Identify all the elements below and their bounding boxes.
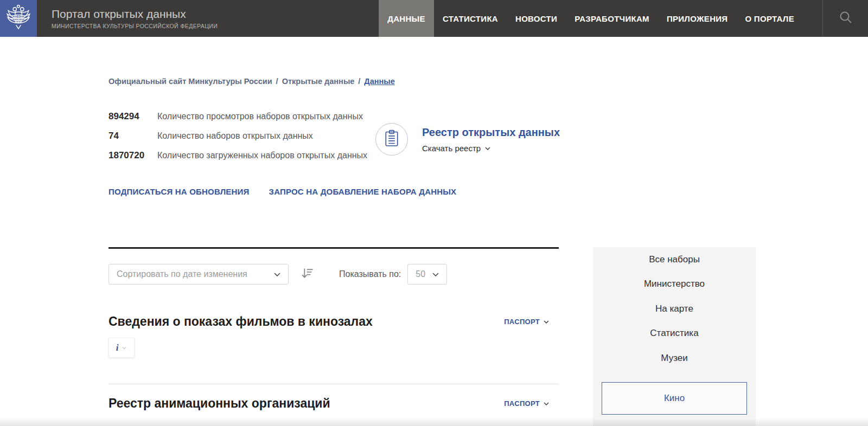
page-size-select[interactable]: 50 [407,264,447,285]
registry-block: Реестр открытых данных Скачать реестр [375,123,560,156]
chevron-down-icon [274,273,280,276]
breadcrumb-site[interactable]: Официальный сайт Минкультуры России [108,77,272,86]
breadcrumb: Официальный сайт Минкультуры России/Откр… [108,77,395,86]
sort-direction-button[interactable] [301,267,314,282]
nav-item-apps[interactable]: ПРИЛОЖЕНИЯ [658,0,737,37]
breadcrumb-separator: / [358,77,360,86]
actions-row: ПОДПИСАТЬСЯ НА ОБНОВЛЕНИЯ ЗАПРОС НА ДОБА… [108,187,476,196]
sort-select[interactable]: Сортировать по дате изменения [108,264,289,285]
sidebar-item-cinema[interactable]: Кино [602,382,747,415]
subscribe-link[interactable]: ПОДПИСАТЬСЯ НА ОБНОВЛЕНИЯ [108,187,250,196]
chevron-down-icon [485,147,490,150]
search-button[interactable] [822,0,868,37]
page: Портал открытых данных МИНИСТЕРСТВА КУЛЬ… [0,0,868,426]
sidebar-item-all-datasets[interactable]: Все наборы [593,247,756,272]
stat-value-views: 894294 [108,111,157,122]
nav-item-data[interactable]: ДАННЫЕ [379,0,434,37]
dataset-title[interactable]: Сведения о показах фильмов в кинозалах [108,314,373,329]
registry-download-button[interactable]: Скачать реестр [422,144,560,153]
passport-button[interactable]: ПАСПОРТ [504,318,549,326]
sort-amount-icon [301,267,314,282]
dataset-item-film-screenings: Сведения о показах фильмов в кинозалах П… [108,314,559,358]
dataset-info-button[interactable]: i [108,338,135,358]
stat-label-datasets: Количество наборов открытых данных [157,131,313,141]
sort-select-value: Сортировать по дате изменения [117,269,247,279]
chevron-down-icon [544,320,549,324]
stat-label-downloads: Количество загруженных наборов открытых … [157,151,367,160]
breadcrumb-separator: / [276,77,278,86]
sidebar-item-museums[interactable]: Музеи [593,346,756,371]
stat-value-datasets: 74 [108,131,157,141]
search-icon [839,10,853,27]
stat-row-datasets: 74 Количество наборов открытых данных [108,131,367,141]
stat-value-downloads: 1870720 [108,150,157,161]
stat-row-downloads: 1870720 Количество загруженных наборов о… [108,150,367,161]
sidebar-item-on-map[interactable]: На карте [593,296,756,321]
nav-item-developers[interactable]: РАЗРАБОТЧИКАМ [566,0,658,37]
page-size-label: Показывать по: [339,269,401,279]
sidebar-item-statistics[interactable]: Статистика [593,321,756,346]
nav-item-statistics[interactable]: СТАТИСТИКА [434,0,507,37]
registry-title-link[interactable]: Реестр открытых данных [422,126,560,139]
passport-button[interactable]: ПАСПОРТ [504,399,549,408]
chevron-down-icon [544,402,549,405]
ministry-logo[interactable] [0,0,37,37]
dataset-item-animation-registry: Реестр анимационных организаций ПАСПОРТ [108,396,559,411]
breadcrumb-current[interactable]: Данные [364,77,394,86]
chevron-down-icon [122,346,126,349]
nav-item-news[interactable]: НОВОСТИ [507,0,566,37]
info-icon: i [116,343,119,353]
dataset-header-row: Сведения о показах фильмов в кинозалах П… [108,314,559,329]
passport-label: ПАСПОРТ [504,318,540,326]
list-controls: Сортировать по дате изменения Показывать… [108,264,559,285]
dataset-divider [108,384,559,384]
header: Портал открытых данных МИНИСТЕРСТВА КУЛЬ… [0,0,868,37]
sidebar-item-ministry[interactable]: Министерство [593,272,756,297]
bottom-fade [0,418,868,426]
breadcrumb-open-data[interactable]: Открытые данные [282,77,355,86]
nav-spacer [803,0,822,37]
site-title: Портал открытых данных [52,8,218,21]
category-sidebar: Все наборы Министерство На карте Статист… [593,247,756,426]
page-size-value: 50 [416,269,425,279]
stat-label-views: Количество просмотров наборов открытых д… [157,112,363,121]
nav-item-about[interactable]: О ПОРТАЛЕ [736,0,803,37]
registry-download-label: Скачать реестр [422,144,481,153]
request-dataset-link[interactable]: ЗАПРОС НА ДОБАВЛЕНИЕ НАБОРА ДАННЫХ [269,187,457,196]
site-title-block: Портал открытых данных МИНИСТЕРСТВА КУЛЬ… [52,0,218,37]
clipboard-icon [384,129,399,150]
site-subtitle: МИНИСТЕРСТВА КУЛЬТУРЫ РОССИЙСКОЙ ФЕДЕРАЦ… [52,23,218,29]
coat-of-arms-eagle-icon [5,3,32,34]
chevron-down-icon [432,273,439,276]
registry-icon-circle [375,123,408,156]
content-divider [108,247,559,249]
dataset-header-row: Реестр анимационных организаций ПАСПОРТ [108,396,559,411]
dataset-title[interactable]: Реестр анимационных организаций [108,396,330,411]
main-nav: ДАННЫЕ СТАТИСТИКА НОВОСТИ РАЗРАБОТЧИКАМ … [379,0,822,37]
stats-block: 894294 Количество просмотров наборов отк… [108,111,367,170]
registry-text: Реестр открытых данных Скачать реестр [422,123,560,156]
stat-row-views: 894294 Количество просмотров наборов отк… [108,111,367,122]
passport-label: ПАСПОРТ [504,399,540,408]
